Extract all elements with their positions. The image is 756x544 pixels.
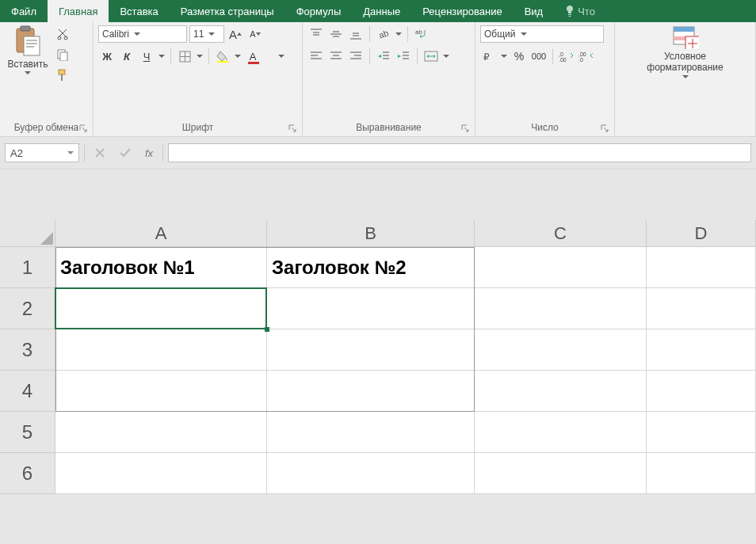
borders-dropdown[interactable] bbox=[196, 48, 204, 65]
decrease-indent-button[interactable] bbox=[375, 48, 392, 65]
enter-formula-button[interactable] bbox=[115, 143, 136, 162]
tab-page-layout[interactable]: Разметка страницы bbox=[170, 0, 285, 22]
decrease-font-button[interactable]: A bbox=[246, 25, 264, 43]
font-name-combo[interactable]: Calibri bbox=[98, 25, 187, 43]
row-header-1[interactable]: 1 bbox=[0, 247, 55, 288]
cell-D3[interactable] bbox=[647, 329, 756, 371]
cell-B4[interactable] bbox=[267, 371, 475, 412]
format-painter-button[interactable] bbox=[54, 67, 71, 84]
number-launcher[interactable] bbox=[600, 124, 609, 133]
cell-C1[interactable] bbox=[475, 247, 647, 288]
italic-button[interactable]: К bbox=[118, 48, 136, 65]
align-top-button[interactable] bbox=[307, 25, 325, 43]
font-launcher[interactable] bbox=[288, 124, 297, 133]
cell-A2[interactable] bbox=[55, 288, 267, 329]
align-bottom-button[interactable] bbox=[347, 25, 365, 43]
align-left-icon bbox=[311, 51, 322, 62]
align-right-button[interactable] bbox=[347, 48, 365, 65]
conditional-formatting-button[interactable]: Условное форматирование bbox=[630, 25, 741, 79]
paste-button[interactable]: Вставить bbox=[5, 25, 51, 75]
cell-B2[interactable] bbox=[267, 288, 475, 329]
copy-button[interactable] bbox=[54, 46, 71, 63]
cut-button[interactable] bbox=[54, 25, 71, 43]
cell-C5[interactable] bbox=[475, 412, 647, 453]
tab-data[interactable]: Данные bbox=[352, 0, 411, 22]
tab-file[interactable]: Файл bbox=[0, 0, 48, 22]
column-header-B[interactable]: B bbox=[267, 220, 475, 247]
cell-B3[interactable] bbox=[267, 329, 475, 371]
merge-center-button[interactable] bbox=[422, 48, 440, 65]
tab-review[interactable]: Рецензирование bbox=[411, 0, 513, 22]
increase-font-button[interactable]: A bbox=[227, 25, 244, 43]
spreadsheet-grid[interactable]: A B C D 1 Заголовок №1 Заголовок №2 2 3 bbox=[0, 220, 756, 494]
accounting-dropdown[interactable] bbox=[500, 48, 508, 65]
cell-B6[interactable] bbox=[267, 453, 475, 494]
accounting-format-button[interactable]: ₽ bbox=[480, 48, 498, 65]
number-format-combo[interactable]: Общий bbox=[480, 25, 604, 43]
row-header-4[interactable]: 4 bbox=[0, 371, 55, 412]
cell-A6[interactable] bbox=[55, 453, 267, 494]
name-box[interactable]: A2 bbox=[5, 143, 79, 162]
align-middle-button[interactable] bbox=[327, 25, 345, 43]
cell-A1[interactable]: Заголовок №1 bbox=[55, 247, 267, 288]
chevron-down-icon bbox=[208, 32, 215, 36]
column-header-C[interactable]: C bbox=[475, 220, 647, 247]
cell-A5[interactable] bbox=[55, 412, 267, 453]
merge-dropdown[interactable] bbox=[442, 48, 450, 65]
cell-D5[interactable] bbox=[647, 412, 756, 453]
font-color-dropdown[interactable] bbox=[277, 48, 285, 65]
separator bbox=[208, 48, 209, 64]
increase-indent-button[interactable] bbox=[395, 48, 412, 65]
align-center-button[interactable] bbox=[327, 48, 345, 65]
orientation-icon: ab bbox=[377, 28, 390, 40]
cell-B5[interactable] bbox=[267, 412, 475, 453]
column-header-A[interactable]: A bbox=[55, 220, 267, 247]
alignment-launcher[interactable] bbox=[460, 124, 470, 133]
row-header-2[interactable]: 2 bbox=[0, 288, 55, 329]
group-number: Общий ₽ % 000 ,0,00 ,00,0 Число bbox=[475, 22, 615, 136]
cell-C4[interactable] bbox=[475, 371, 647, 412]
cell-D4[interactable] bbox=[647, 371, 756, 412]
align-left-button[interactable] bbox=[307, 48, 325, 65]
decrease-decimal-button[interactable]: ,00,0 bbox=[578, 48, 595, 65]
row-header-3[interactable]: 3 bbox=[0, 329, 55, 371]
orientation-dropdown[interactable] bbox=[395, 25, 403, 43]
column-header-D[interactable]: D bbox=[647, 220, 756, 247]
insert-function-button[interactable]: fx bbox=[140, 147, 158, 159]
underline-button[interactable]: Ч bbox=[138, 48, 155, 65]
cell-C3[interactable] bbox=[475, 329, 647, 371]
bold-button[interactable]: Ж bbox=[98, 48, 116, 65]
percent-button[interactable]: % bbox=[510, 48, 528, 65]
cell-D1[interactable] bbox=[647, 247, 756, 288]
cell-A4[interactable] bbox=[55, 371, 267, 412]
svg-rect-1 bbox=[21, 26, 30, 31]
borders-button[interactable] bbox=[176, 48, 193, 65]
chevron-up-icon bbox=[237, 32, 242, 36]
tab-formulas[interactable]: Формулы bbox=[285, 0, 353, 22]
font-size-combo[interactable]: 11 bbox=[189, 25, 224, 43]
tab-view[interactable]: Вид bbox=[514, 0, 555, 22]
fill-color-dropdown[interactable] bbox=[234, 48, 242, 65]
tab-insert[interactable]: Вставка bbox=[109, 0, 169, 22]
formula-input[interactable] bbox=[168, 143, 751, 162]
cell-B1[interactable]: Заголовок №2 bbox=[267, 247, 475, 288]
row-header-6[interactable]: 6 bbox=[0, 453, 55, 494]
increase-decimal-button[interactable]: ,0,00 bbox=[558, 48, 575, 65]
svg-rect-15 bbox=[217, 61, 228, 63]
select-all-corner[interactable] bbox=[0, 220, 55, 247]
tab-home[interactable]: Главная bbox=[48, 0, 109, 22]
cancel-formula-button[interactable] bbox=[90, 143, 110, 162]
comma-style-button[interactable]: 000 bbox=[530, 48, 548, 65]
underline-dropdown[interactable] bbox=[158, 48, 166, 65]
tell-me[interactable]: Что bbox=[554, 0, 606, 22]
orientation-button[interactable]: ab bbox=[375, 25, 392, 43]
fill-color-button[interactable] bbox=[214, 48, 231, 65]
row-header-5[interactable]: 5 bbox=[0, 412, 55, 453]
cell-D6[interactable] bbox=[647, 453, 756, 494]
cell-C6[interactable] bbox=[475, 453, 647, 494]
cell-A3[interactable] bbox=[55, 329, 267, 371]
cell-D2[interactable] bbox=[647, 288, 756, 329]
cell-C2[interactable] bbox=[475, 288, 647, 329]
clipboard-launcher[interactable] bbox=[78, 124, 88, 133]
wrap-text-button[interactable]: ab bbox=[413, 25, 430, 43]
